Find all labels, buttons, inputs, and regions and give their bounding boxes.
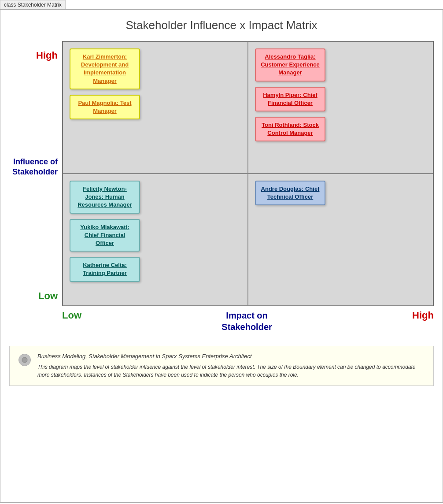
x-labels: Low Impact onStakeholder High [62,306,434,333]
scroll-button[interactable] [18,354,31,366]
scroll-icon [22,357,28,363]
card-alessandro[interactable]: Alessandro Taglia: Customer Experience M… [255,48,325,82]
card-hamyln[interactable]: Hamyln Piper: Chief Financial Officer [255,87,325,111]
y-label-high: High [36,50,58,61]
quadrant-bottom-right: Andre Douglas: Chief Technical Officer [248,174,433,306]
svg-point-0 [22,357,27,363]
window-tab[interactable]: class Stakeholder Matrix [0,0,66,9]
note-container: Business Modeling, Stakeholder Managemen… [9,346,434,386]
card-toni[interactable]: Toni Rothland: Stock Control Manager [255,117,325,141]
x-label-high: High [412,310,434,321]
chart-title: Stakeholder Influence x Impact Matrix [5,19,438,32]
x-label-low: Low [62,310,81,321]
x-axis-title: Impact onStakeholder [222,310,272,333]
y-axis-title: Influence ofStakeholder [12,157,58,178]
quadrant-top-right: Alessandro Taglia: Customer Experience M… [248,41,433,174]
y-axis-labels: High Influence ofStakeholder Low [9,41,62,306]
note-content: Business Modeling, Stakeholder Managemen… [37,353,425,379]
card-paul[interactable]: Paul Magnolia: Test Manager [70,95,140,119]
matrix-grid: Karl Zimmerton: Development and Implemen… [62,41,434,306]
quadrant-top-left: Karl Zimmerton: Development and Implemen… [63,41,248,174]
note-title: Business Modeling, Stakeholder Managemen… [37,353,425,359]
x-axis-row: Low Impact onStakeholder High [9,306,434,333]
note-body: This diagram maps the level of stakehold… [37,363,425,379]
card-andre[interactable]: Andre Douglas: Chief Technical Officer [255,181,325,205]
y-label-low: Low [38,290,58,302]
card-katherine[interactable]: Katherine Celta: Training Partner [70,257,140,282]
card-yukiko[interactable]: Yukiko Miakawati: Chief Financial Office… [70,219,140,252]
card-karl[interactable]: Karl Zimmerton: Development and Implemen… [70,48,140,89]
chart-area: High Influence ofStakeholder Low Karl Zi… [9,41,434,306]
main-container: Stakeholder Influence x Impact Matrix Hi… [0,9,443,503]
card-felicity[interactable]: Felicity Newton-Jones: Human Resources M… [70,181,140,214]
quadrant-bottom-left: Felicity Newton-Jones: Human Resources M… [63,174,248,306]
